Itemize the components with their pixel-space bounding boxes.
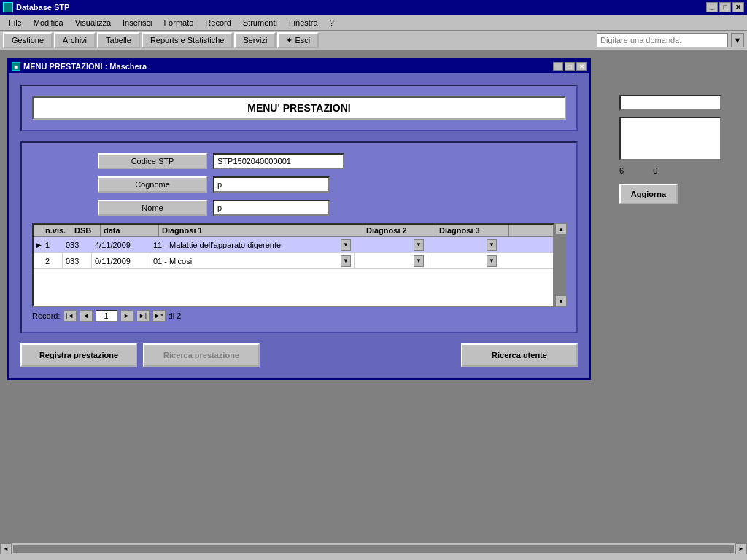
codice-stp-input[interactable] [213,153,344,169]
inner-window-icon: ■ [12,62,20,71]
form-area: Codice STP Cognome Nome [20,141,578,333]
menu-file[interactable]: File [3,17,28,28]
codice-stp-label: Codice STP [98,153,207,169]
search-area: ▼ [597,33,744,47]
right-buttons: Ricerca utente [461,343,578,367]
nav-prev[interactable]: ◄ [80,310,93,322]
menu-bar: File Modifica Visualizza Inserisci Forma… [0,15,747,31]
table-empty-space [34,269,553,306]
inner-maximize-button[interactable]: □ [565,62,575,71]
row2-diagnosi1: 01 - Micosi ▼ [150,253,355,268]
maximize-button[interactable]: □ [719,2,731,12]
search-input[interactable] [597,33,728,47]
nome-row: Nome [32,200,566,216]
row2-nvis: 2 [42,253,63,268]
app-title: Database STP [16,3,69,12]
bottom-scrollbar[interactable]: ◄ ► [0,542,747,554]
app-title-bar: Database STP _ □ ✕ [0,0,747,15]
left-buttons: Registra prestazione Ricerca prestazione [20,343,260,367]
header-data: data [101,225,159,236]
data-table: n.vis. DSB data Diagnosi 1 Diagnosi 2 Di… [32,223,554,307]
toolbar-servizi[interactable]: Servizi [234,32,276,48]
table-row[interactable]: ▶ 1 033 4/11/2009 11 - Malattie dell'app… [34,237,553,253]
scroll-track[interactable] [13,545,734,553]
menu-finestra[interactable]: Finestra [283,17,324,28]
right-number1: 6 [619,166,624,175]
inner-title-bar: ■ MENU PRESTAZIONI : Maschera _ □ ✕ [9,60,589,73]
table-wrapper: n.vis. DSB data Diagnosi 1 Diagnosi 2 Di… [32,223,566,307]
nav-next[interactable]: ► [120,310,133,322]
row1-diag2-dropdown[interactable]: ▼ [414,239,424,251]
inner-window-title: MENU PRESTAZIONI : Maschera [23,62,147,71]
header-diagnosi3: Diagnosi 3 [436,225,509,236]
cognome-input[interactable] [213,176,330,192]
menu-modifica[interactable]: Modifica [28,17,69,28]
ricerca-utente-button[interactable]: Ricerca utente [461,343,578,367]
toolbar-reports[interactable]: Reports e Statistiche [142,32,233,48]
arrow-header [34,225,42,236]
scroll-right-button[interactable]: ► [735,543,747,555]
menu-formato[interactable]: Formato [158,17,199,28]
table-row[interactable]: 2 033 0/11/2009 01 - Micosi ▼ ▼ [34,253,553,269]
nav-current-input[interactable] [96,310,117,322]
table-scroll-track[interactable] [555,235,566,295]
right-number2: 0 [653,166,657,175]
record-label: Record: [32,311,61,320]
buttons-area: Registra prestazione Ricerca prestazione… [20,343,578,367]
row1-arrow: ▶ [34,237,42,252]
registra-prestazione-button[interactable]: Registra prestazione [20,343,137,367]
row1-diag3-dropdown[interactable]: ▼ [487,239,497,251]
toolbar-esci[interactable]: ✦ Esci [277,32,319,48]
row2-diag1-dropdown[interactable]: ▼ [341,255,351,267]
menu-inserisci[interactable]: Inserisci [117,17,158,28]
nav-new[interactable]: ►* [152,310,166,322]
row1-diagnosi1: 11 - Malattie dell'apparato digerente ▼ [150,237,355,252]
inner-window-controls: _ □ ✕ [553,62,587,71]
menu-record[interactable]: Record [199,17,236,28]
minimize-button[interactable]: _ [706,2,718,12]
inner-content: MENU' PRESTAZIONI Codice STP Cognome [9,73,589,378]
inner-window: ■ MENU PRESTAZIONI : Maschera _ □ ✕ MENU… [7,58,591,380]
table-header: n.vis. DSB data Diagnosi 1 Diagnosi 2 Di… [34,225,553,237]
menu-strumenti[interactable]: Strumenti [237,17,283,28]
toolbar-archivi[interactable]: Archivi [54,32,96,48]
table-scroll-down[interactable]: ▼ [555,295,567,307]
header-diagnosi2: Diagnosi 2 [363,225,436,236]
close-button[interactable]: ✕ [732,2,744,12]
nav-last[interactable]: ►| [136,310,150,322]
scroll-left-button[interactable]: ◄ [0,543,12,555]
ricerca-prestazione-button[interactable]: Ricerca prestazione [143,343,260,367]
row2-diag2-dropdown[interactable]: ▼ [414,255,424,267]
toolbar-tabelle[interactable]: Tabelle [97,32,140,48]
row1-diagnosi3: ▼ [427,237,500,252]
right-input-field[interactable] [619,95,721,111]
inner-minimize-button[interactable]: _ [553,62,563,71]
header-nvis: n.vis. [42,225,71,236]
record-navigation: Record: |◄ ◄ ► ►| ►* di 2 [32,310,566,322]
search-dropdown[interactable]: ▼ [731,33,744,47]
row1-data: 4/11/2009 [92,237,150,252]
header-dsb: DSB [71,225,101,236]
toolbar: Gestione Archivi Tabelle Reports e Stati… [0,31,747,51]
toolbar-gestione[interactable]: Gestione [3,32,53,48]
update-button[interactable]: Aggiorna [619,184,678,204]
inner-close-button[interactable]: ✕ [576,62,587,71]
row2-data: 0/11/2009 [92,253,150,268]
header-diagnosi1: Diagnosi 1 [159,225,363,236]
row1-dsb: 033 [63,237,92,252]
table-scrollbar[interactable]: ▲ ▼ [554,223,566,307]
row1-diagnosi2: ▼ [355,237,427,252]
form-title: MENU' PRESTAZIONI [32,96,566,120]
right-panel: 6 0 Aggiorna [619,58,732,204]
nav-first[interactable]: |◄ [63,310,77,322]
nome-label: Nome [98,200,207,216]
row2-diag3-dropdown[interactable]: ▼ [487,255,497,267]
row2-dsb: 033 [63,253,92,268]
table-scroll-up[interactable]: ▲ [555,223,567,235]
right-white-box [619,117,721,160]
nome-input[interactable] [213,200,330,216]
codice-stp-row: Codice STP [32,153,566,169]
menu-visualizza[interactable]: Visualizza [69,17,117,28]
menu-help[interactable]: ? [324,17,340,28]
row1-diag1-dropdown[interactable]: ▼ [341,239,351,251]
